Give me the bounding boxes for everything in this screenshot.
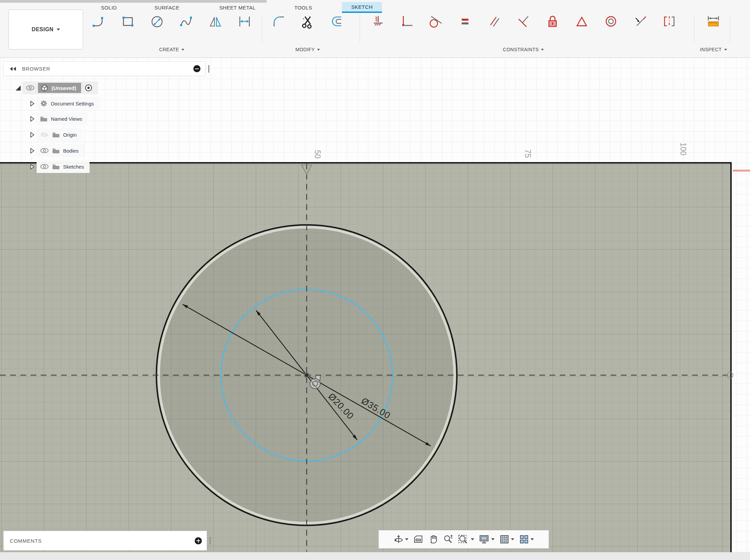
tree-row-named-views[interactable]: Named Views [28, 112, 88, 125]
dropdown-caret-icon [57, 28, 60, 31]
comments-title: COMMENTS [10, 538, 195, 544]
dropdown-caret-icon[interactable] [531, 538, 534, 540]
orbit-icon [393, 534, 404, 544]
add-comment-icon[interactable] [195, 537, 202, 544]
rectangle-tool-button[interactable] [120, 14, 136, 34]
browser-drag-handle[interactable] [208, 65, 209, 73]
coincident-constraint-button[interactable] [370, 14, 385, 34]
rectangle-icon [120, 14, 136, 29]
inspect-group-label[interactable]: INSPECT [692, 47, 735, 52]
circle-tool-button[interactable] [149, 14, 165, 34]
comments-drag-handle[interactable] [210, 537, 211, 544]
arc-icon [91, 14, 107, 29]
expand-arrow-icon[interactable] [30, 164, 35, 170]
spline-tool-button[interactable] [178, 14, 194, 34]
group-separator [360, 14, 360, 43]
dropdown-caret-icon [181, 49, 184, 51]
browser-header[interactable]: BROWSER [3, 61, 206, 76]
zoom-icon [443, 534, 453, 544]
window-zoom-icon [458, 534, 469, 544]
expand-arrow-icon[interactable] [30, 116, 35, 122]
curvature-constraint-button[interactable] [632, 14, 648, 34]
look-at-button[interactable] [413, 534, 423, 544]
equal-constraint-button[interactable] [457, 14, 473, 34]
create-group-label[interactable]: CREATE [91, 47, 252, 52]
collapse-panel-icon[interactable] [10, 67, 16, 71]
offset-icon [329, 14, 345, 29]
dropdown-caret-icon [541, 49, 544, 51]
window-zoom-button[interactable] [458, 534, 474, 544]
dropdown-caret-icon[interactable] [491, 538, 495, 540]
expand-arrow-icon[interactable] [16, 85, 21, 91]
tree-row-sketches[interactable]: Sketches [28, 160, 90, 173]
look-at-icon [413, 534, 423, 544]
create-group [91, 14, 252, 34]
expand-arrow-icon[interactable] [30, 132, 35, 138]
tree-row-document-settings[interactable]: Document Settings [28, 97, 99, 110]
display-settings-icon [479, 534, 490, 544]
offset-tool-button[interactable] [329, 14, 345, 34]
expand-arrow-icon[interactable] [30, 148, 35, 154]
viewports-button[interactable] [519, 534, 534, 544]
vertical-horizontal-constraint-button[interactable] [399, 14, 415, 34]
dropdown-caret-icon [724, 49, 727, 51]
tree-row-bodies[interactable]: Bodies [28, 144, 84, 157]
fillet-icon [271, 14, 286, 29]
grid-settings-button[interactable] [499, 534, 514, 544]
folder-icon [40, 116, 47, 122]
zoom-button[interactable] [443, 534, 453, 544]
comments-bar[interactable]: COMMENTS [3, 531, 207, 551]
tree-item-label: Document Settings [51, 101, 94, 107]
dropdown-caret-icon[interactable] [405, 538, 408, 540]
document-name-chip[interactable]: (Unsaved) [38, 83, 81, 93]
pan-button[interactable] [428, 534, 438, 544]
tree-row-origin[interactable]: Origin [28, 128, 82, 141]
tree-item-label: Named Views [51, 116, 82, 122]
display-settings-button[interactable] [479, 534, 495, 544]
eye-visible-icon[interactable] [40, 148, 49, 153]
design-workspace-selector[interactable]: DESIGN [8, 9, 83, 50]
remove-panel-icon[interactable] [193, 65, 200, 72]
eye-hidden-icon[interactable] [40, 132, 49, 137]
pan-hand-icon [428, 534, 438, 544]
expand-arrow-icon[interactable] [30, 101, 35, 107]
modify-group [271, 14, 345, 34]
modify-group-label[interactable]: MODIFY [271, 47, 345, 52]
tab-surface[interactable]: SURFACE [145, 2, 189, 13]
mirror-tool-button[interactable] [208, 14, 223, 34]
sketch-dimension-tool-button[interactable] [237, 14, 252, 34]
midpoint-constraint-button[interactable] [574, 14, 590, 34]
parallel-constraint-button[interactable] [486, 14, 502, 34]
arc-tool-button[interactable] [91, 14, 107, 34]
orbit-button[interactable] [393, 534, 408, 544]
symmetry-constraint-button[interactable] [661, 14, 677, 34]
group-separator [262, 14, 262, 43]
dropdown-caret-icon[interactable] [471, 538, 474, 540]
folder-icon [52, 148, 60, 154]
tree-row-root[interactable]: (Unsaved) [14, 81, 98, 94]
tangent-constraint-button[interactable] [428, 14, 444, 34]
fix-constraint-button[interactable] [545, 14, 560, 34]
ribbon-toolbar: DESIGN SOLID SURFACE SHEET METAL TOOLS S… [0, 0, 750, 58]
group-separator [730, 14, 730, 43]
group-separator [694, 14, 694, 43]
constraint-symmetry-icon [661, 14, 677, 29]
eye-visible-icon[interactable] [40, 164, 49, 169]
measure-tool-button[interactable] [706, 14, 721, 34]
spline-icon [178, 14, 194, 29]
dropdown-caret-icon[interactable] [511, 538, 514, 540]
constraints-group-label[interactable]: CONSTRAINTS [370, 47, 677, 52]
perpendicular-constraint-button[interactable] [516, 14, 531, 34]
fillet-tool-button[interactable] [271, 14, 286, 34]
eye-visible-icon[interactable] [26, 85, 35, 91]
activate-component-radio-icon[interactable] [84, 84, 93, 92]
concentric-constraint-button[interactable] [603, 14, 619, 34]
tab-sheet-metal[interactable]: SHEET METAL [208, 2, 267, 13]
constraint-fix-lock-icon [545, 14, 560, 29]
inspect-group [706, 14, 721, 34]
tab-sketch[interactable]: SKETCH [342, 2, 382, 13]
tab-tools[interactable]: TOOLS [287, 2, 320, 13]
body-top-face[interactable] [0, 162, 732, 552]
trim-tool-button[interactable] [300, 14, 315, 34]
tab-solid[interactable]: SOLID [93, 2, 124, 13]
